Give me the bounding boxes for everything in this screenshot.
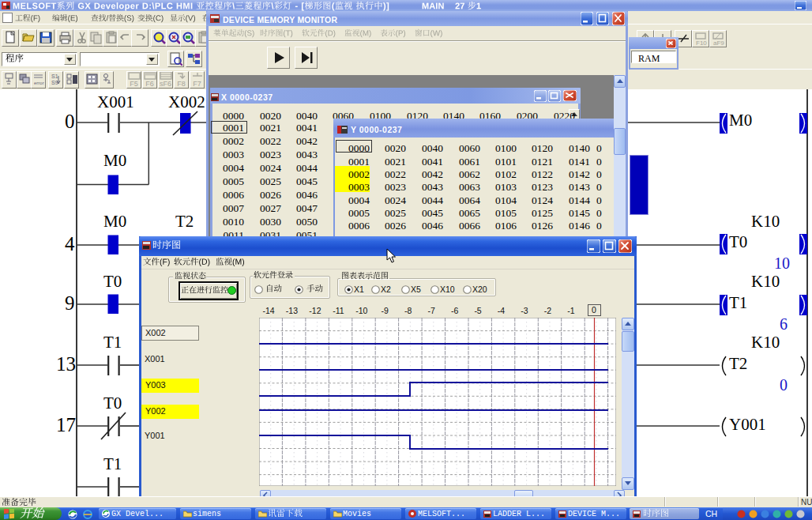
svg-text:S1: S1 — [51, 73, 58, 79]
svg-text:aF9: aF9 — [713, 40, 724, 46]
svg-text:error: error — [34, 81, 44, 85]
svg-text:F10: F10 — [696, 40, 707, 46]
